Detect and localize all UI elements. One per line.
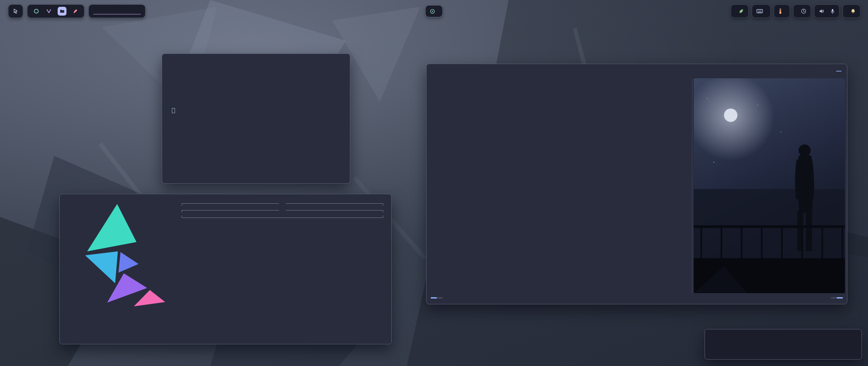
workspaces-module — [27, 4, 84, 18]
terminal-prompt-line[interactable] — [170, 108, 342, 115]
clock-module[interactable] — [793, 4, 811, 18]
workspace-vim-icon[interactable] — [45, 7, 53, 15]
system-info-window[interactable] — [59, 194, 392, 344]
keyboard-icon — [756, 9, 763, 14]
file-manager-header — [427, 64, 847, 76]
bell-icon — [850, 8, 856, 14]
system-info-panel — [182, 200, 383, 309]
updates-module[interactable] — [731, 4, 749, 18]
text-cursor — [172, 108, 175, 113]
music-module[interactable] — [425, 5, 443, 17]
workspace-circle-icon[interactable] — [33, 7, 40, 15]
audio-visualizer-module[interactable] — [88, 4, 145, 18]
disc-icon — [430, 9, 435, 14]
notifications-module[interactable] — [843, 4, 861, 18]
section-close-border — [182, 216, 383, 218]
bar-right-modules — [731, 4, 861, 18]
tab-badge[interactable] — [836, 71, 842, 72]
file-manager-body — [427, 76, 847, 293]
cursor-arrow-icon — [13, 8, 19, 14]
thermometer-icon — [778, 8, 782, 14]
file-manager-window[interactable] — [426, 64, 847, 304]
hyprland-logo — [68, 200, 170, 309]
status-bar — [427, 293, 847, 304]
list-position-badge — [837, 297, 843, 299]
workspace-brush-icon[interactable] — [72, 7, 79, 15]
desktop — [0, 0, 868, 366]
image-preview-pane — [694, 78, 845, 293]
temperature-module[interactable] — [774, 4, 790, 18]
launcher-button[interactable] — [8, 4, 23, 18]
panel-divider — [692, 78, 693, 293]
leaf-icon — [738, 8, 744, 14]
bar-left-modules — [8, 4, 145, 18]
keyboard-layout-module[interactable] — [752, 4, 771, 18]
terminal-status-line — [170, 74, 342, 81]
clock-icon — [801, 8, 806, 14]
microphone-icon — [830, 8, 835, 14]
workspace-folder-icon-active[interactable] — [58, 7, 66, 16]
folder-sidebar — [429, 78, 474, 293]
notification-popup[interactable] — [705, 329, 862, 360]
terminal-command-line — [170, 60, 342, 67]
mode-badge — [431, 297, 437, 299]
software-section-header — [182, 208, 383, 215]
file-list-panel — [474, 78, 691, 293]
hardware-section-header — [182, 201, 383, 208]
visualizer-bars — [93, 8, 141, 15]
file-size-badge — [437, 297, 443, 299]
terminal-status-line — [170, 101, 342, 108]
scroll-percent-badge — [831, 297, 837, 299]
volume-module[interactable] — [814, 4, 840, 18]
speaker-icon — [819, 8, 824, 14]
preview-image — [694, 78, 845, 293]
terminal-command-line — [170, 81, 342, 87]
terminal-window[interactable] — [162, 54, 350, 184]
file-list-header — [170, 87, 342, 94]
